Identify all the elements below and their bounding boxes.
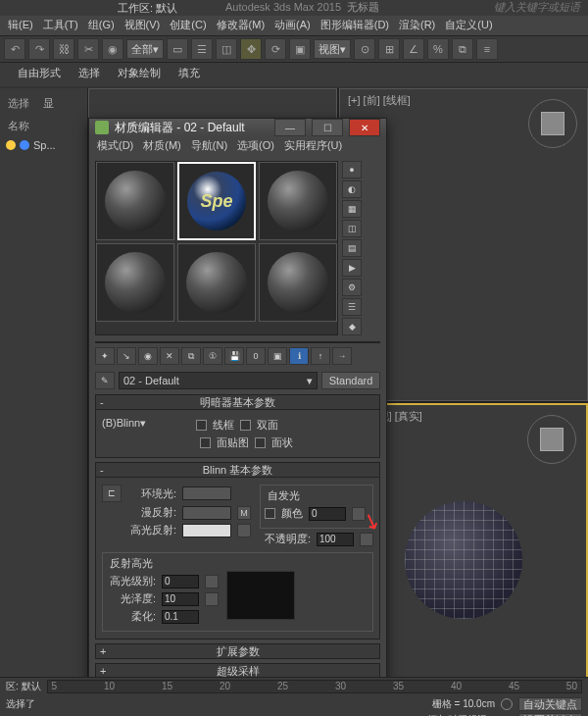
- material-type-button[interactable]: Standard: [321, 372, 380, 389]
- opacity-spinner[interactable]: 100: [317, 533, 354, 546]
- select-name-icon[interactable]: ☰: [191, 38, 213, 60]
- scene-item[interactable]: Sp...: [4, 137, 83, 153]
- uv-tile-icon[interactable]: ◫: [342, 220, 362, 237]
- reset-icon[interactable]: ✕: [160, 347, 179, 365]
- specular-map-button[interactable]: [237, 524, 251, 537]
- material-map-nav-icon[interactable]: ◆: [342, 318, 362, 335]
- material-slot[interactable]: [259, 243, 337, 322]
- make-copy-icon[interactable]: ⧉: [181, 347, 201, 365]
- snap-icon[interactable]: ⊞: [378, 38, 400, 60]
- rollout-extended[interactable]: +扩展参数: [95, 643, 380, 659]
- align-icon[interactable]: ≡: [476, 38, 498, 60]
- sample-type-icon[interactable]: ●: [342, 161, 362, 179]
- tab-freeform[interactable]: 自由形式: [18, 66, 61, 83]
- select-icon[interactable]: ▭: [167, 38, 188, 60]
- tab-select[interactable]: 选择: [78, 66, 100, 83]
- unlink-icon[interactable]: ✂: [77, 38, 99, 60]
- go-sibling-icon[interactable]: →: [332, 347, 352, 365]
- close-button[interactable]: ✕: [349, 119, 380, 136]
- rotate-icon[interactable]: ⟳: [265, 38, 286, 60]
- diffuse-color-swatch[interactable]: [182, 506, 231, 520]
- move-icon[interactable]: ✥: [240, 38, 262, 60]
- gloss-map-button[interactable]: [205, 592, 219, 606]
- select-by-mat-icon[interactable]: ☰: [342, 298, 362, 316]
- specular-color-swatch[interactable]: [182, 524, 231, 537]
- key-lock-icon[interactable]: [501, 698, 513, 710]
- timeline-ruler[interactable]: 5101520253035404550: [47, 680, 582, 693]
- mirror-icon[interactable]: ⧉: [452, 38, 473, 60]
- gloss-spinner[interactable]: 10: [162, 592, 199, 606]
- tab-display[interactable]: 显: [39, 92, 58, 115]
- put-to-lib-icon[interactable]: 💾: [224, 347, 244, 365]
- name-column-header[interactable]: 名称: [4, 115, 83, 137]
- region-icon[interactable]: ◫: [216, 38, 237, 60]
- spec-level-spinner[interactable]: 0: [162, 575, 199, 588]
- workspace-label[interactable]: 工作区: 默认: [118, 1, 177, 16]
- redo-icon[interactable]: ↷: [28, 38, 50, 60]
- get-material-icon[interactable]: ✦: [95, 347, 115, 365]
- maximize-button[interactable]: ☐: [312, 119, 343, 136]
- show-in-vp-icon[interactable]: ▣: [268, 347, 287, 365]
- diffuse-map-button[interactable]: M: [237, 506, 251, 520]
- material-slot-selected[interactable]: Spe: [177, 162, 256, 240]
- link-icon[interactable]: ⛓: [53, 38, 74, 60]
- menu-utilities[interactable]: 实用程序(U): [284, 138, 342, 153]
- menu-edit[interactable]: 辑(E): [8, 18, 33, 33]
- undo-icon[interactable]: ↶: [4, 38, 25, 60]
- show-end-icon[interactable]: ℹ: [289, 347, 309, 365]
- bind-icon[interactable]: ◉: [102, 38, 123, 60]
- pivot-icon[interactable]: ⊙: [354, 38, 375, 60]
- material-slot[interactable]: [177, 243, 256, 322]
- background-icon[interactable]: ▦: [342, 200, 362, 218]
- faceted-checkbox[interactable]: [255, 437, 266, 448]
- menu-modifiers[interactable]: 修改器(M): [217, 18, 266, 33]
- wire-checkbox[interactable]: [196, 420, 207, 431]
- ambient-color-swatch[interactable]: [182, 486, 231, 500]
- material-editor-titlebar[interactable]: 材质编辑器 - 02 - Default — ☐ ✕: [89, 119, 386, 136]
- material-slot[interactable]: [96, 162, 174, 240]
- lightbulb-icon[interactable]: [6, 140, 16, 150]
- menu-options[interactable]: 选项(O): [237, 138, 274, 153]
- go-parent-icon[interactable]: ↑: [311, 347, 330, 365]
- rollout-blinn-basic[interactable]: -Blinn 基本参数: [95, 462, 380, 478]
- menu-render[interactable]: 渲染(R): [399, 18, 435, 33]
- minimize-button[interactable]: —: [274, 119, 306, 136]
- make-unique-icon[interactable]: ①: [203, 347, 222, 365]
- backlight-icon[interactable]: ◐: [342, 180, 362, 198]
- facemap-checkbox[interactable]: [200, 437, 211, 448]
- put-to-scene-icon[interactable]: ↘: [117, 347, 136, 365]
- scene-sphere[interactable]: [405, 501, 522, 619]
- auto-key-button[interactable]: 自动关键点: [518, 697, 582, 711]
- tab-populate[interactable]: 填充: [178, 66, 200, 83]
- selfillum-map-button[interactable]: [352, 507, 366, 521]
- video-check-icon[interactable]: ▤: [342, 239, 362, 257]
- soften-spinner[interactable]: 0.1: [162, 610, 199, 624]
- menu-animation[interactable]: 动画(A): [274, 18, 311, 33]
- ref-coord-dropdown[interactable]: 视图 ▾: [314, 39, 351, 59]
- selection-filter-dropdown[interactable]: 全部 ▾: [126, 39, 164, 59]
- options-icon[interactable]: ⚙: [342, 279, 362, 296]
- material-name-dropdown[interactable]: 02 - Default▾: [119, 372, 318, 389]
- menu-mode[interactable]: 模式(D): [97, 138, 133, 153]
- menu-group[interactable]: 组(G): [88, 18, 115, 33]
- menu-graph-editors[interactable]: 图形编辑器(D): [320, 18, 389, 33]
- angle-snap-icon[interactable]: ∠: [403, 38, 424, 60]
- material-slot[interactable]: [259, 162, 337, 240]
- preview-icon[interactable]: ▶: [342, 259, 362, 277]
- selfillum-color-checkbox[interactable]: [265, 508, 275, 519]
- scale-icon[interactable]: ▣: [289, 38, 311, 60]
- viewcube[interactable]: [527, 415, 576, 464]
- tab-selection[interactable]: 选择: [4, 92, 33, 115]
- assign-to-sel-icon[interactable]: ◉: [138, 347, 158, 365]
- opacity-map-button[interactable]: [360, 533, 373, 546]
- selfillum-spinner[interactable]: 0: [309, 507, 346, 521]
- shader-dropdown[interactable]: (B)Blinn▾: [102, 417, 190, 433]
- eyedropper-icon[interactable]: ✎: [95, 372, 115, 389]
- menu-tools[interactable]: 工具(T): [43, 18, 78, 33]
- lock-ambient-icon[interactable]: ⊏: [102, 485, 122, 502]
- menu-material[interactable]: 材质(M): [143, 138, 181, 153]
- tab-object-paint[interactable]: 对象绘制: [118, 66, 161, 83]
- menu-create[interactable]: 创建(C): [170, 18, 206, 33]
- menu-customize[interactable]: 自定义(U): [445, 18, 492, 33]
- menu-view[interactable]: 视图(V): [124, 18, 161, 33]
